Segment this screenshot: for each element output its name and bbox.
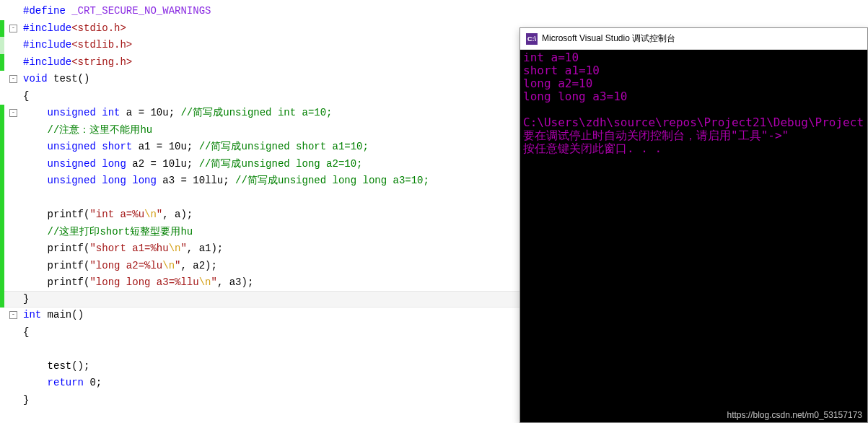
code-text[interactable]: printf("int a=%u\n", a); — [20, 206, 193, 224]
change-marker — [0, 105, 4, 122]
console-titlebar[interactable]: C:\ Microsoft Visual Studio 调试控制台 — [520, 28, 867, 50]
change-marker — [0, 173, 4, 190]
code-text[interactable]: #include<string.h> — [20, 54, 132, 71]
code-text[interactable]: { — [20, 324, 29, 341]
fold-toggle-icon[interactable]: - — [9, 109, 17, 117]
code-text[interactable]: void test() — [20, 71, 89, 88]
change-marker — [0, 240, 4, 258]
console-line: int a=10 — [523, 51, 864, 64]
change-marker — [0, 139, 4, 156]
fold-toggle-icon[interactable]: - — [9, 311, 17, 319]
code-text[interactable]: test(); — [20, 358, 89, 375]
console-line: long long a3=10 — [523, 90, 864, 103]
console-output[interactable]: int a=10short a1=10long a2=10long long a… — [520, 50, 867, 422]
code-text[interactable]: #define _CRT_SECURE_NO_WARNINGS — [20, 3, 211, 20]
code-text[interactable]: #include<stdlib.h> — [20, 37, 132, 54]
code-line[interactable]: #define _CRT_SECURE_NO_WARNINGS — [0, 3, 868, 20]
code-text[interactable]: { — [20, 88, 29, 105]
code-text[interactable]: #include<stdio.h> — [20, 20, 126, 38]
vs-icon: C:\ — [526, 33, 538, 45]
code-text[interactable]: unsigned long long a3 = 10llu; //简写成unsi… — [20, 173, 429, 190]
change-marker — [0, 37, 4, 54]
change-marker — [0, 20, 4, 38]
code-text[interactable]: printf("long a2=%lu\n", a2); — [20, 258, 217, 275]
code-text[interactable]: } — [20, 291, 29, 308]
console-line: 要在调试停止时自动关闭控制台，请启用"工具"->" — [523, 129, 864, 142]
code-text[interactable]: unsigned int a = 10u; //简写成unsigned int … — [20, 105, 333, 122]
code-text[interactable]: int main() — [20, 307, 84, 324]
gutter[interactable]: - — [0, 75, 20, 83]
code-text[interactable]: printf("short a1=%hu\n", a1); — [20, 240, 223, 258]
fold-toggle-icon[interactable]: - — [9, 25, 17, 32]
code-text[interactable]: return 0; — [20, 375, 102, 392]
gutter[interactable]: - — [0, 109, 20, 117]
debug-console-window[interactable]: C:\ Microsoft Visual Studio 调试控制台 int a=… — [520, 27, 868, 423]
code-text[interactable]: printf("long long a3=%llu\n", a3); — [20, 274, 253, 292]
change-marker — [0, 122, 4, 139]
change-marker — [0, 291, 4, 308]
code-text[interactable]: unsigned long a2 = 10lu; //简写成unsigned l… — [20, 156, 363, 173]
gutter[interactable]: - — [0, 311, 20, 319]
console-line: 按任意键关闭此窗口. . . — [523, 142, 864, 155]
change-marker — [0, 274, 4, 292]
code-text[interactable]: unsigned short a1 = 10u; //简写成unsigned s… — [20, 139, 369, 156]
gutter[interactable]: - — [0, 25, 20, 32]
change-marker — [0, 190, 4, 207]
watermark: https://blog.csdn.net/m0_53157173 — [727, 410, 862, 420]
code-text[interactable]: } — [20, 392, 29, 409]
code-text[interactable]: //这里打印short短整型要用hu — [20, 224, 193, 241]
console-line — [523, 103, 864, 116]
console-line: C:\Users\zdh\source\repos\Project21\Debu… — [523, 116, 864, 129]
change-marker — [0, 54, 4, 71]
fold-toggle-icon[interactable]: - — [9, 75, 17, 83]
console-line: long a2=10 — [523, 77, 864, 90]
console-title-text: Microsoft Visual Studio 调试控制台 — [542, 32, 675, 45]
change-marker — [0, 258, 4, 275]
code-text[interactable]: //注意：这里不能用hu — [20, 122, 152, 139]
console-line: short a1=10 — [523, 64, 864, 77]
change-marker — [0, 156, 4, 173]
change-marker — [0, 206, 4, 224]
change-marker — [0, 224, 4, 241]
